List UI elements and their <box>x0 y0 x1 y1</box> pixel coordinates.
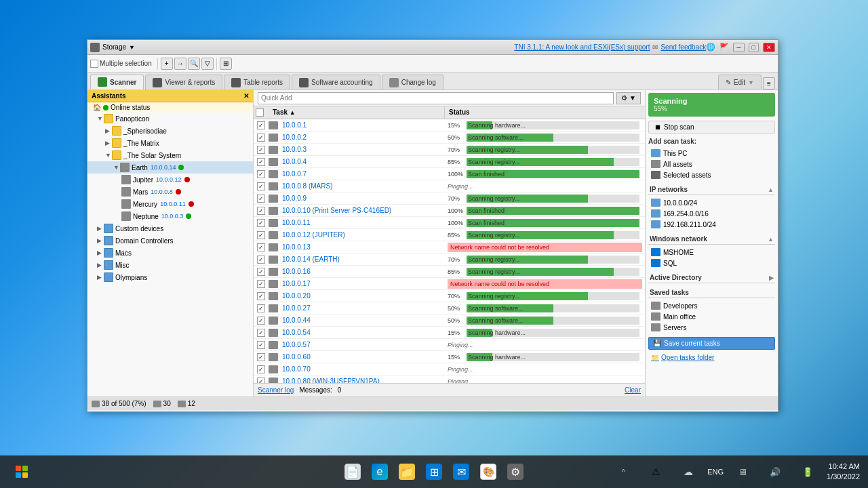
start-button[interactable] <box>8 458 35 485</box>
all-assets-item[interactable]: All assets <box>648 159 775 169</box>
sidebar-item-mercury[interactable]: Mercury 10.0.0.11 <box>87 198 253 210</box>
scanner-row[interactable]: ✓ 10.0.0.13 Network name could not be re… <box>254 241 645 253</box>
extra-btn[interactable]: ≡ <box>763 77 775 89</box>
active-directory-header[interactable]: Active Directory ▶ <box>648 272 775 283</box>
sidebar-item-panopticon[interactable]: ▼ Panopticon <box>87 113 253 125</box>
selected-assets-item[interactable]: Selected assets <box>648 169 775 180</box>
scanner-row[interactable]: ✓ 10.0.0.17 Network name could not be re… <box>254 278 645 290</box>
quick-add-dropdown-btn[interactable]: ⚙ ▼ <box>616 92 641 104</box>
row-checkbox[interactable]: ✓ <box>257 207 265 215</box>
sidebar-item-domain-controllers[interactable]: ▶ Domain Controllers <box>87 235 253 247</box>
scanner-row[interactable]: ✓ 10.0.0.10 (Print Server PS-C416ED) 100… <box>254 205 645 217</box>
row-checkbox[interactable]: ✓ <box>257 341 265 349</box>
taskbar-paint-app[interactable]: 🎨 <box>476 460 500 484</box>
tab-viewer[interactable]: Viewer & reports <box>145 75 222 89</box>
row-checkbox[interactable]: ✓ <box>257 231 265 239</box>
sidebar-item-earth[interactable]: ▼ Earth 10.0.0.14 <box>87 161 253 174</box>
maximize-btn[interactable]: □ <box>749 43 759 52</box>
scanner-row[interactable]: ✓ 10.0.0.11 100% Scan finished <box>254 217 645 229</box>
scanner-row[interactable]: ✓ 10.0.0.9 70% Scanning registry... <box>254 192 645 205</box>
developers-item[interactable]: Developers <box>648 300 775 311</box>
ip-192-item[interactable]: 192.168.211.0/24 <box>648 219 775 230</box>
row-checkbox[interactable]: ✓ <box>257 353 265 361</box>
taskbar-store-app[interactable]: ⊞ <box>422 460 446 484</box>
battery-btn[interactable]: 🔋 <box>794 458 821 485</box>
row-checkbox[interactable]: ✓ <box>257 292 265 300</box>
sidebar-item-solar-system[interactable]: ▼ _The Solar System <box>87 149 253 161</box>
taskbar-settings-app[interactable]: ⚙ <box>503 460 528 484</box>
header-task[interactable]: Task ▲ <box>269 106 445 119</box>
taskbar-files-app[interactable]: 📄 <box>340 460 365 484</box>
row-checkbox[interactable]: ✓ <box>257 170 265 178</box>
assistants-close[interactable]: ✕ <box>243 92 249 100</box>
row-checkbox[interactable]: ✓ <box>257 304 265 312</box>
ip-networks-header[interactable]: IP networks ▲ <box>648 184 775 195</box>
row-checkbox[interactable]: ✓ <box>257 280 265 288</box>
this-pc-item[interactable]: This PC <box>648 148 775 159</box>
save-current-tasks-btn[interactable]: 💾 Save current tasks <box>648 337 775 350</box>
windows-network-header[interactable]: Windows network ▲ <box>648 234 775 245</box>
stop-scan-btn[interactable]: ⏹ Stop scan <box>648 121 775 134</box>
row-checkbox[interactable]: ✓ <box>257 329 265 337</box>
add-btn[interactable]: + <box>161 58 173 70</box>
warning-icon-btn[interactable]: ⚠ <box>642 458 669 485</box>
move-btn[interactable]: → <box>174 58 186 70</box>
sound-btn[interactable]: 🔊 <box>762 458 789 485</box>
grid-btn[interactable]: ⊞ <box>220 58 232 70</box>
scanner-row[interactable]: ✓ 10.0.0.3 70% Scanning registry... <box>254 144 645 156</box>
scanner-row[interactable]: ✓ 10.0.0.2 50% Scanning software... <box>254 131 645 144</box>
sql-item[interactable]: SQL <box>648 258 775 268</box>
scanner-row[interactable]: ✓ 10.0.0.12 (JUPITER) 85% Scanning regis… <box>254 229 645 241</box>
online-status-item[interactable]: 🏠 Online status <box>87 102 253 113</box>
row-checkbox[interactable]: ✓ <box>257 378 265 384</box>
main-office-item[interactable]: Main office <box>648 311 775 322</box>
scanner-row[interactable]: ✓ 10.0.0.8 (MARS) Pinging... <box>254 180 645 192</box>
sidebar-item-misc[interactable]: ▶ Misc <box>87 259 253 271</box>
open-tasks-folder-link[interactable]: 📁 Open tasks folder <box>648 352 775 363</box>
minimize-btn[interactable]: ─ <box>733 43 744 52</box>
scanner-row[interactable]: ✓ 10.0.0.70 Pinging... <box>254 363 645 375</box>
clear-btn[interactable]: Clear <box>625 386 641 394</box>
row-checkbox[interactable]: ✓ <box>257 158 265 166</box>
tab-table[interactable]: Table reports <box>224 75 290 89</box>
row-checkbox[interactable]: ✓ <box>257 268 265 276</box>
sidebar-item-neptune[interactable]: Neptune 10.0.0.3 <box>87 210 253 222</box>
sidebar-item-jupiter[interactable]: Jupiter 10.0.0.12 <box>87 174 253 186</box>
tab-software[interactable]: Software accounting <box>292 75 380 89</box>
tab-scanner[interactable]: Scanner <box>90 75 144 89</box>
notifications-btn[interactable]: ^ <box>610 458 637 485</box>
tab-edit[interactable]: ✎ Edit ▼ <box>718 75 762 89</box>
dropdown-arrow[interactable]: ▼ <box>129 44 135 51</box>
scanner-row[interactable]: ✓ 10.0.0.7 100% Scan finished <box>254 168 645 180</box>
close-btn[interactable]: ✕ <box>763 43 775 52</box>
ip-169-item[interactable]: 169.254.0.0/16 <box>648 208 775 219</box>
scanner-row[interactable]: ✓ 10.0.0.14 (EARTH) 70% Scanning registr… <box>254 253 645 266</box>
scanner-row[interactable]: ✓ 10.0.0.44 50% Scanning software... <box>254 314 645 327</box>
scanner-row[interactable]: ✓ 10.0.0.1 15% Scanning hardware... <box>254 119 645 131</box>
sidebar-item-macs[interactable]: ▶ Macs <box>87 247 253 259</box>
servers-item[interactable]: Servers <box>648 322 775 333</box>
sidebar-item-olympians[interactable]: ▶ Olympians <box>87 271 253 283</box>
row-checkbox[interactable]: ✓ <box>257 365 265 373</box>
multiple-selection-checkbox[interactable] <box>90 60 98 68</box>
select-all-checkbox[interactable] <box>256 108 264 117</box>
row-checkbox[interactable]: ✓ <box>257 219 265 227</box>
row-checkbox[interactable]: ✓ <box>257 317 265 325</box>
row-checkbox[interactable]: ✓ <box>257 182 265 190</box>
scanner-row[interactable]: ✓ 10.0.0.80 (WIN-3USFP5VN1PA) Pinging... <box>254 375 645 383</box>
scanner-row[interactable]: ✓ 10.0.0.4 85% Scanning registry... <box>254 156 645 168</box>
quick-add-input[interactable] <box>258 92 614 104</box>
scanner-row[interactable]: ✓ 10.0.0.20 70% Scanning registry... <box>254 290 645 302</box>
header-status[interactable]: Status <box>445 106 645 119</box>
sidebar-item-custom-devices[interactable]: ▶ Custom devices <box>87 222 253 235</box>
filter-btn[interactable]: ▽ <box>201 58 214 70</box>
search-btn[interactable]: 🔍 <box>188 58 200 70</box>
scanner-row[interactable]: ✓ 10.0.0.16 85% Scanning registry... <box>254 266 645 278</box>
row-checkbox[interactable]: ✓ <box>257 243 265 251</box>
row-checkbox[interactable]: ✓ <box>257 195 265 203</box>
display-icon-btn[interactable]: 🖥 <box>729 458 756 485</box>
row-checkbox[interactable]: ✓ <box>257 121 265 129</box>
taskbar-edge-app[interactable]: e <box>368 460 392 484</box>
cloud-btn[interactable]: ☁ <box>675 458 702 485</box>
row-checkbox[interactable]: ✓ <box>257 146 265 154</box>
